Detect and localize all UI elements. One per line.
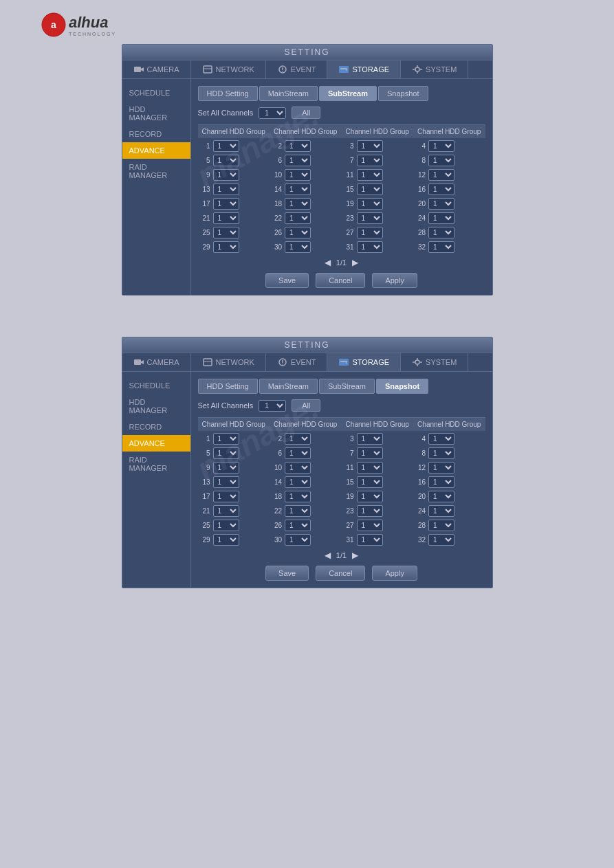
channel-hdd-select[interactable]: 12 xyxy=(213,140,239,152)
channel-hdd-select[interactable]: 12 xyxy=(428,505,454,517)
channel-hdd-select[interactable]: 12 xyxy=(428,140,454,152)
channel-hdd-select[interactable]: 12 xyxy=(213,183,239,195)
nav-tab-event-2[interactable]: EVENT xyxy=(266,353,328,371)
nav-tab-system[interactable]: SYSTEM xyxy=(401,60,468,78)
channel-hdd-select[interactable]: 12 xyxy=(285,155,311,166)
channel-hdd-select[interactable]: 12 xyxy=(357,183,383,195)
channel-hdd-select[interactable]: 12 xyxy=(213,198,239,210)
channel-hdd-select[interactable]: 12 xyxy=(213,476,239,488)
channel-hdd-select[interactable]: 12 xyxy=(213,227,239,238)
channel-hdd-select[interactable]: 12 xyxy=(428,520,454,531)
channel-hdd-select[interactable]: 12 xyxy=(428,491,454,502)
next-page-btn[interactable]: ▶ xyxy=(352,258,358,267)
channel-hdd-select[interactable]: 12 xyxy=(285,476,311,488)
channel-hdd-select[interactable]: 12 xyxy=(213,433,239,445)
channel-hdd-select[interactable]: 12 xyxy=(357,212,383,224)
channel-hdd-select[interactable]: 12 xyxy=(285,433,311,445)
channel-hdd-select[interactable]: 12 xyxy=(357,433,383,445)
tab-snapshot-2[interactable]: Snapshot xyxy=(376,379,428,394)
channel-hdd-select[interactable]: 12 xyxy=(357,155,383,166)
channel-hdd-select[interactable]: 12 xyxy=(428,462,454,474)
sidebar-schedule[interactable]: SCHEDULE xyxy=(122,85,190,101)
sidebar-record-2[interactable]: RECORD xyxy=(122,419,190,435)
save-button-1[interactable]: Save xyxy=(265,273,309,288)
channel-hdd-select[interactable]: 12 xyxy=(285,212,311,224)
sidebar-advance[interactable]: ADVANCE xyxy=(122,142,190,159)
channel-hdd-select[interactable]: 12 xyxy=(285,227,311,238)
channel-hdd-select[interactable]: 12 xyxy=(285,169,311,181)
channel-hdd-select[interactable]: 12 xyxy=(285,534,311,546)
channel-hdd-select[interactable]: 12 xyxy=(428,212,454,224)
sidebar-record[interactable]: RECORD xyxy=(122,126,190,142)
tab-snapshot[interactable]: Snapshot xyxy=(378,86,428,101)
channel-hdd-select[interactable]: 12 xyxy=(357,462,383,474)
channel-hdd-select[interactable]: 12 xyxy=(357,169,383,181)
tab-substream-2[interactable]: SubStream xyxy=(319,379,375,394)
channel-hdd-select[interactable]: 12 xyxy=(213,534,239,546)
tab-substream[interactable]: SubStream xyxy=(319,86,377,101)
nav-tab-network-2[interactable]: NETWORK xyxy=(191,353,266,371)
channel-hdd-select[interactable]: 12 xyxy=(428,198,454,210)
channel-hdd-select[interactable]: 12 xyxy=(285,241,311,253)
channel-hdd-select[interactable]: 12 xyxy=(428,169,454,181)
channel-hdd-select[interactable]: 12 xyxy=(285,462,311,474)
channel-hdd-select[interactable]: 12 xyxy=(428,433,454,445)
channel-hdd-select[interactable]: 12 xyxy=(285,491,311,502)
sidebar-advance-2[interactable]: ADVANCE xyxy=(122,435,190,452)
channel-hdd-select[interactable]: 12 xyxy=(357,198,383,210)
nav-tab-event[interactable]: EVENT xyxy=(266,60,328,78)
channel-hdd-select[interactable]: 12 xyxy=(428,534,454,546)
channel-hdd-select[interactable]: 12 xyxy=(285,447,311,459)
nav-tab-storage-2[interactable]: STORAGE xyxy=(327,353,401,371)
channel-hdd-select[interactable]: 12 xyxy=(213,241,239,253)
sidebar-hdd-manager-2[interactable]: HDD MANAGER xyxy=(122,394,190,419)
tab-mainstream[interactable]: MainStream xyxy=(259,86,318,101)
cancel-button-1[interactable]: Cancel xyxy=(316,273,365,288)
nav-tab-camera-2[interactable]: CAMERA xyxy=(122,353,191,371)
sidebar-schedule-2[interactable]: SCHEDULE xyxy=(122,377,190,394)
channel-hdd-select[interactable]: 12 xyxy=(428,241,454,253)
tab-mainstream-2[interactable]: MainStream xyxy=(259,379,318,394)
save-button-2[interactable]: Save xyxy=(265,566,309,581)
sidebar-raid-manager[interactable]: RAID MANAGER xyxy=(122,159,190,183)
channel-hdd-select[interactable]: 12 xyxy=(428,447,454,459)
all-button-2[interactable]: All xyxy=(292,399,320,412)
channel-hdd-select[interactable]: 12 xyxy=(428,227,454,238)
channel-hdd-select[interactable]: 12 xyxy=(357,241,383,253)
channel-hdd-select[interactable]: 12 xyxy=(357,505,383,517)
channel-hdd-select[interactable]: 12 xyxy=(428,183,454,195)
channel-hdd-select[interactable]: 12 xyxy=(357,491,383,502)
channel-hdd-select[interactable]: 12 xyxy=(357,534,383,546)
sidebar-hdd-manager[interactable]: HDD MANAGER xyxy=(122,101,190,126)
channel-hdd-select[interactable]: 12 xyxy=(213,212,239,224)
channel-hdd-select[interactable]: 12 xyxy=(213,447,239,459)
sidebar-raid-manager-2[interactable]: RAID MANAGER xyxy=(122,452,190,476)
channel-hdd-select[interactable]: 12 xyxy=(357,476,383,488)
set-all-select-2[interactable]: 12 xyxy=(259,400,286,412)
channel-hdd-select[interactable]: 12 xyxy=(213,491,239,502)
channel-hdd-select[interactable]: 12 xyxy=(428,155,454,166)
channel-hdd-select[interactable]: 12 xyxy=(285,520,311,531)
channel-hdd-select[interactable]: 12 xyxy=(213,505,239,517)
nav-tab-network[interactable]: NETWORK xyxy=(191,60,266,78)
set-all-select[interactable]: 12 xyxy=(259,107,286,119)
nav-tab-camera[interactable]: CAMERA xyxy=(122,60,191,78)
channel-hdd-select[interactable]: 12 xyxy=(213,155,239,166)
channel-hdd-select[interactable]: 12 xyxy=(357,520,383,531)
channel-hdd-select[interactable]: 12 xyxy=(285,198,311,210)
channel-hdd-select[interactable]: 12 xyxy=(285,183,311,195)
channel-hdd-select[interactable]: 12 xyxy=(357,227,383,238)
channel-hdd-select[interactable]: 12 xyxy=(428,476,454,488)
tab-hdd-setting-2[interactable]: HDD Setting xyxy=(198,379,258,394)
channel-hdd-select[interactable]: 12 xyxy=(285,140,311,152)
channel-hdd-select[interactable]: 12 xyxy=(213,169,239,181)
cancel-button-2[interactable]: Cancel xyxy=(316,566,365,581)
next-page-btn-2[interactable]: ▶ xyxy=(352,550,358,560)
nav-tab-storage[interactable]: STORAGE xyxy=(327,60,401,78)
channel-hdd-select[interactable]: 12 xyxy=(213,520,239,531)
all-button[interactable]: All xyxy=(292,107,320,119)
channel-hdd-select[interactable]: 12 xyxy=(357,140,383,152)
apply-button-2[interactable]: Apply xyxy=(372,566,417,581)
apply-button-1[interactable]: Apply xyxy=(372,273,417,288)
channel-hdd-select[interactable]: 12 xyxy=(213,462,239,474)
